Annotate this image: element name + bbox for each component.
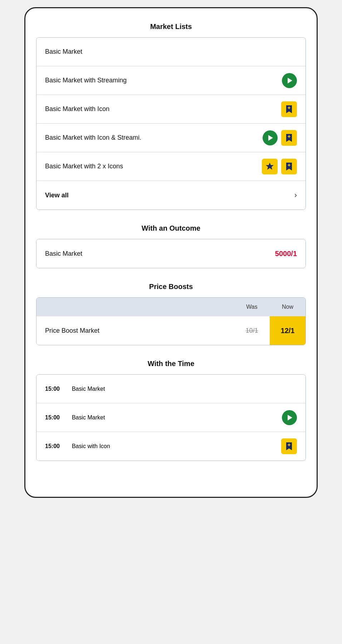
bookmark-icon-3	[281, 159, 297, 174]
with-time-card: 15:00 Basic Market 15:00 Basic Market 15…	[36, 374, 306, 461]
time-row-3-icons	[281, 438, 297, 454]
chevron-right-icon: ›	[294, 191, 297, 200]
view-all-row[interactable]: View all ›	[36, 181, 306, 210]
streaming-icons	[282, 73, 297, 88]
time-row-3[interactable]: 15:00 Basic with Icon	[36, 432, 306, 461]
market-lists-title: Market Lists	[36, 23, 306, 31]
time-market-3: Basic with Icon	[72, 443, 110, 450]
list-item-basic-market[interactable]: Basic Market	[36, 38, 306, 66]
bookmark-icon	[281, 101, 297, 117]
boost-header: Was Now	[36, 298, 306, 316]
basic-market-icon-label: Basic Market with Icon	[45, 105, 109, 113]
price-boosts-card: Was Now Price Boost Market 10/1 12/1	[36, 297, 306, 345]
time-market-1: Basic Market	[72, 386, 105, 392]
time-row-2-icons	[282, 410, 297, 425]
boost-now-header: Now	[270, 304, 306, 310]
streaming-icon	[282, 73, 297, 88]
bookmark-icon-2	[281, 130, 297, 146]
time-row-1-left: 15:00 Basic Market	[45, 386, 105, 392]
time-value-2: 15:00	[45, 414, 60, 421]
bookmark-icon-4	[281, 438, 297, 454]
time-value-3: 15:00	[45, 443, 60, 450]
time-value-1: 15:00	[45, 386, 60, 392]
outcome-label: Basic Market	[45, 250, 82, 258]
svg-marker-1	[268, 135, 273, 141]
list-item-basic-market-2icons[interactable]: Basic Market with 2 x Icons	[36, 152, 306, 181]
svg-marker-0	[288, 78, 292, 83]
market-lists-card: Basic Market Basic Market with Streaming…	[36, 37, 306, 210]
list-item-basic-market-icon[interactable]: Basic Market with Icon	[36, 95, 306, 124]
boost-was-value: 10/1	[234, 327, 270, 335]
view-all-label: View all	[45, 192, 69, 199]
time-row-1[interactable]: 15:00 Basic Market	[36, 375, 306, 403]
time-row-2[interactable]: 15:00 Basic Market	[36, 403, 306, 432]
phone-frame: Market Lists Basic Market Basic Market w…	[24, 7, 318, 498]
time-market-2: Basic Market	[72, 414, 105, 421]
basic-market-icon-streaming-label: Basic Market with Icon & Streami.	[45, 134, 141, 141]
streaming-icon-3	[282, 410, 297, 425]
time-row-3-left: 15:00 Basic with Icon	[45, 443, 110, 450]
outcome-title: With an Outcome	[36, 224, 306, 232]
with-time-title: With the Time	[36, 360, 306, 368]
boost-row-label: Price Boost Market	[36, 327, 234, 335]
streaming-icon-2	[263, 130, 278, 145]
time-row-2-left: 15:00 Basic Market	[45, 414, 105, 421]
star-icon	[262, 159, 278, 174]
bookmark-icons-1	[281, 101, 297, 117]
boost-was-header: Was	[234, 304, 270, 310]
outcome-row[interactable]: Basic Market 5000/1	[36, 239, 306, 268]
list-item-basic-market-streaming[interactable]: Basic Market with Streaming	[36, 66, 306, 95]
outcome-card: Basic Market 5000/1	[36, 239, 306, 268]
boost-now-value: 12/1	[270, 316, 306, 345]
basic-market-label: Basic Market	[45, 48, 82, 56]
svg-marker-3	[288, 415, 292, 420]
streaming-bookmark-icons	[263, 130, 297, 146]
svg-marker-2	[266, 163, 274, 170]
basic-market-2icons-label: Basic Market with 2 x Icons	[45, 163, 123, 170]
basic-market-streaming-label: Basic Market with Streaming	[45, 77, 127, 84]
boost-row[interactable]: Price Boost Market 10/1 12/1	[36, 316, 306, 345]
two-icons-group	[262, 159, 297, 174]
price-boosts-title: Price Boosts	[36, 283, 306, 291]
list-item-basic-market-icon-streaming[interactable]: Basic Market with Icon & Streami.	[36, 124, 306, 152]
outcome-price: 5000/1	[275, 250, 297, 258]
